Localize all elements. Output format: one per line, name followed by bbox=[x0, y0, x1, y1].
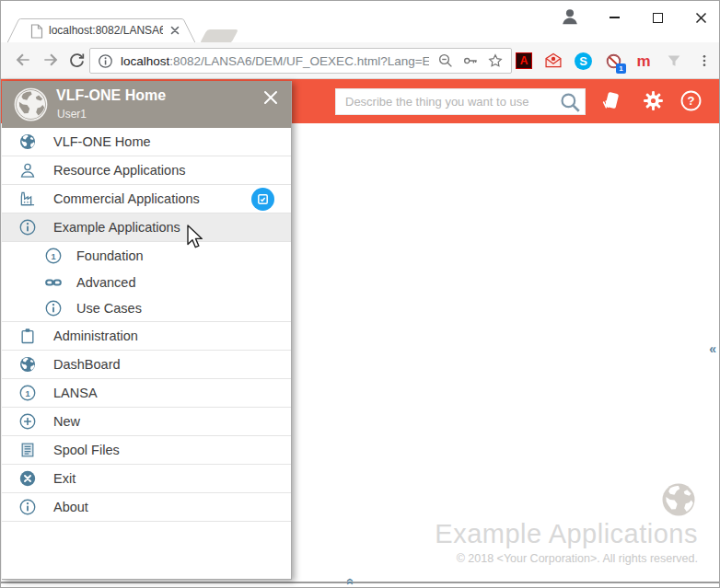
watermark-title: Example Applications bbox=[435, 519, 698, 549]
sidebar-item-about[interactable]: About bbox=[2, 493, 291, 522]
menu-item-label: DashBoard bbox=[53, 357, 121, 372]
info-icon bbox=[44, 299, 63, 317]
watermark-copyright: © 2018 <Your Corporation>. All rights re… bbox=[457, 552, 698, 565]
sidebar-user: User1 bbox=[57, 108, 87, 121]
minimize-icon bbox=[610, 17, 620, 18]
chrome-menu-icon[interactable] bbox=[695, 52, 714, 70]
close-icon bbox=[695, 12, 707, 24]
key-icon[interactable] bbox=[462, 52, 479, 69]
minimize-button[interactable] bbox=[602, 8, 626, 27]
spool-icon bbox=[18, 441, 37, 459]
sidebar-item-example-applications[interactable]: Example Applications bbox=[2, 213, 291, 242]
close-window-button[interactable] bbox=[689, 8, 713, 27]
search-box[interactable] bbox=[335, 88, 586, 115]
bottom-splitter[interactable] bbox=[1, 582, 719, 583]
menu-item-label: Exit bbox=[53, 471, 75, 486]
browser-window: localhost:8082/LANSA6/D bbox=[0, 0, 720, 588]
url-text[interactable]: localhost:8082/LANSA6/DEM/UF_OEXEC.html?… bbox=[121, 54, 429, 68]
watermark-globe-icon bbox=[659, 480, 698, 519]
forward-button[interactable] bbox=[40, 49, 62, 71]
sidebar-header: VLF-ONE Home User1 bbox=[2, 81, 291, 128]
info-icon bbox=[18, 218, 37, 236]
search-input[interactable] bbox=[336, 95, 558, 109]
sidebar-item-foundation[interactable]: 1 Foundation bbox=[2, 242, 291, 269]
sidebar-close-icon[interactable] bbox=[262, 89, 279, 106]
sidebar-item-vlf-one-home[interactable]: VLF-ONE Home bbox=[2, 128, 291, 156]
back-arrow-icon bbox=[14, 51, 32, 69]
person-icon bbox=[18, 161, 37, 179]
back-button[interactable] bbox=[12, 49, 34, 71]
sidebar-title: VLF-ONE Home bbox=[56, 87, 166, 104]
titlebar: localhost:8082/LANSA6/D bbox=[1, 1, 719, 42]
menu-item-label: Use Cases bbox=[76, 301, 142, 316]
one-icon: 1 bbox=[18, 384, 37, 402]
menu-item-label: Resource Applications bbox=[53, 163, 185, 178]
sidebar-panel: VLF-ONE Home User1 VLF-ONE Home Resource… bbox=[2, 81, 292, 580]
page-info-icon[interactable] bbox=[98, 53, 113, 69]
maximize-icon bbox=[653, 13, 663, 23]
sidebar-item-spool-files[interactable]: Spool Files bbox=[2, 436, 291, 465]
sidebar-item-administration[interactable]: Administration bbox=[2, 322, 291, 351]
menu-item-label: Advanced bbox=[76, 275, 136, 290]
url-path: :8082/LANSA6/DEM/UF_OEXEC.html?Lang=E... bbox=[169, 54, 429, 68]
cards-icon[interactable] bbox=[599, 89, 622, 112]
sidebar-item-lansa[interactable]: 1 LANSA bbox=[2, 379, 291, 408]
menu-item-label: New bbox=[53, 414, 80, 429]
url-host: localhost bbox=[121, 54, 169, 68]
menu-item-label: VLF-ONE Home bbox=[53, 134, 151, 149]
menu-item-label: Spool Files bbox=[53, 443, 120, 457]
meetup-extension-icon[interactable]: m bbox=[634, 52, 653, 70]
info-icon bbox=[18, 498, 37, 516]
clipboard-icon bbox=[18, 327, 37, 345]
svg-text:?: ? bbox=[688, 94, 695, 108]
collapse-up-icon[interactable]: « bbox=[343, 578, 358, 585]
sidebar-item-exit[interactable]: Exit bbox=[2, 465, 291, 493]
sidebar-item-commercial-applications[interactable]: Commercial Applications bbox=[2, 185, 291, 213]
menu-item-label: Commercial Applications bbox=[53, 191, 200, 206]
svg-text:1: 1 bbox=[25, 389, 29, 398]
reload-button[interactable] bbox=[65, 49, 87, 71]
sidebar-item-new[interactable]: New bbox=[2, 408, 291, 436]
filter-extension-icon[interactable] bbox=[665, 52, 683, 70]
sidebar-menu: VLF-ONE Home Resource Applications Comme… bbox=[2, 128, 291, 522]
adobe-acrobat-extension-icon[interactable]: A bbox=[516, 52, 532, 69]
extensions-row: A S 1 m bbox=[516, 48, 714, 74]
help-icon[interactable]: ? bbox=[679, 89, 703, 112]
meetup-letter: m bbox=[636, 53, 650, 69]
menu-item-label: Administration bbox=[53, 329, 138, 343]
exit-icon bbox=[18, 469, 37, 488]
tab-title: localhost:8082/LANSA6/D bbox=[49, 24, 163, 37]
adobe-letter: A bbox=[520, 54, 528, 67]
gear-icon[interactable] bbox=[642, 89, 665, 112]
blocker-extension-icon[interactable]: 1 bbox=[604, 52, 622, 70]
page-favicon-icon bbox=[30, 24, 43, 39]
collapse-left-icon[interactable]: « bbox=[709, 341, 716, 356]
zoom-out-icon[interactable] bbox=[437, 52, 454, 69]
maximize-button[interactable] bbox=[645, 8, 669, 27]
checked-badge bbox=[251, 188, 274, 211]
url-bar[interactable]: localhost:8082/LANSA6/DEM/UF_OEXEC.html?… bbox=[89, 48, 512, 74]
skype-letter: S bbox=[579, 54, 587, 68]
plus-icon bbox=[18, 412, 37, 431]
menu-item-label: Foundation bbox=[76, 248, 144, 263]
globe-icon bbox=[18, 133, 37, 151]
tab-close-icon[interactable] bbox=[168, 24, 181, 37]
sidebar-item-resource-applications[interactable]: Resource Applications bbox=[2, 156, 291, 185]
search-icon[interactable] bbox=[558, 90, 582, 114]
one-icon: 1 bbox=[44, 247, 63, 265]
sidebar-item-advanced[interactable]: Advanced bbox=[2, 269, 291, 295]
app-content: ? Example Applications © 2018 <Your Corp… bbox=[1, 79, 719, 587]
sidebar-item-dashboard[interactable]: DashBoard bbox=[2, 351, 291, 379]
bookmark-star-icon[interactable] bbox=[487, 52, 504, 69]
extension-badge: 1 bbox=[616, 63, 626, 74]
svg-text:1: 1 bbox=[51, 251, 55, 260]
skype-extension-icon[interactable]: S bbox=[575, 52, 592, 70]
avatar-globe-icon bbox=[13, 86, 49, 122]
profile-icon[interactable] bbox=[560, 6, 580, 27]
globe-icon bbox=[18, 355, 37, 374]
mail-extension-icon[interactable] bbox=[544, 52, 563, 70]
factory-icon bbox=[18, 190, 37, 208]
new-tab-button[interactable] bbox=[200, 29, 238, 43]
sidebar-item-use-cases[interactable]: Use Cases bbox=[2, 295, 291, 322]
menu-item-label: LANSA bbox=[53, 386, 98, 400]
